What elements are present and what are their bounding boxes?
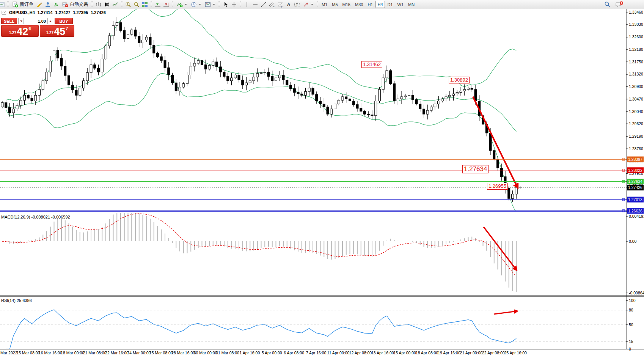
svg-text:1.30040: 1.30040 xyxy=(629,109,643,114)
symbol-name: GBPUSD-,H4 xyxy=(9,10,35,15)
toolbar-grip[interactable] xyxy=(317,2,318,7)
candlestick-mode-icon[interactable] xyxy=(103,1,111,8)
rsi-value: 25.6386 xyxy=(17,298,32,303)
chart-canvas[interactable]: 1.334601.330301.326001.321801.317501.313… xyxy=(0,0,644,357)
one-click-trading-panel: SELL 1.00 BUY 1.27426 1.27457 xyxy=(1,18,75,37)
auto-trading-button[interactable]: 自动交易 xyxy=(60,1,90,8)
svg-text:A: A xyxy=(287,2,291,7)
buy-button[interactable]: BUY xyxy=(55,18,73,24)
notifications-chat-icon[interactable]: 1 xyxy=(614,1,624,8)
trendline-tool-icon[interactable] xyxy=(259,1,268,8)
svg-text:1.27426: 1.27426 xyxy=(628,185,642,190)
toolbar-grip[interactable] xyxy=(172,2,173,7)
new-order-button[interactable]: 新订单 xyxy=(10,1,35,8)
timeframe-button-mn[interactable]: MN xyxy=(406,1,416,8)
svg-text:1.32600: 1.32600 xyxy=(629,35,643,39)
timeframe-button-m15[interactable]: M15 xyxy=(341,1,352,8)
buy-price-button[interactable]: 1.27457 xyxy=(40,25,74,37)
vertical-line-tool-icon[interactable] xyxy=(243,1,251,8)
svg-text:13 Apr 16:00: 13 Apr 16:00 xyxy=(371,351,394,355)
styler-brush-icon[interactable] xyxy=(35,1,44,8)
timeframe-group: M1M5M15M30H1H4D1W1MN xyxy=(320,1,416,8)
timeframe-button-h1[interactable]: H1 xyxy=(366,1,375,8)
buy-price-point: 7 xyxy=(66,26,68,31)
sell-button[interactable]: SELL xyxy=(1,18,17,24)
community-person-icon[interactable] xyxy=(44,1,52,8)
svg-text:1.27634: 1.27634 xyxy=(628,179,642,184)
toolbar-grip[interactable] xyxy=(240,2,241,7)
auto-trading-label: 自动交易 xyxy=(70,1,88,8)
text-label-tool-icon[interactable]: T xyxy=(293,1,301,8)
templates-dropdown[interactable] xyxy=(203,1,217,8)
zoom-out-icon[interactable] xyxy=(132,1,141,8)
svg-text:24 Mar 00:00: 24 Mar 00:00 xyxy=(127,351,151,355)
timeframe-button-h4[interactable]: H4 xyxy=(375,1,385,8)
macd-indicator-label: MACD(12,26,9) -0.008021 -0.006592 xyxy=(1,215,70,219)
svg-text:1 Apr 16:00: 1 Apr 16:00 xyxy=(240,351,260,355)
chevron-down-icon xyxy=(199,4,201,5)
sell-price-prefix: 1.27 xyxy=(9,31,16,35)
ohlc-close: 1.27426 xyxy=(91,10,106,15)
svg-text:5 Apr 00:00: 5 Apr 00:00 xyxy=(262,351,282,355)
timeframe-button-m5[interactable]: M5 xyxy=(330,1,339,8)
chart-window-icon[interactable] xyxy=(0,1,6,8)
svg-text:18 Apr 08:00: 18 Apr 08:00 xyxy=(416,351,438,355)
main-pane-layer xyxy=(1,8,517,213)
volume-decrease-button[interactable] xyxy=(18,18,24,24)
ohlc-high: 1.27427 xyxy=(55,10,71,15)
fibonacci-tool-icon[interactable]: F xyxy=(276,1,284,8)
sell-price-button[interactable]: 1.27426 xyxy=(1,25,39,37)
volume-input[interactable]: 1.00 xyxy=(24,18,47,24)
periods-dropdown[interactable] xyxy=(189,1,203,8)
chevron-down-icon xyxy=(213,4,215,5)
svg-text:1.27013: 1.27013 xyxy=(628,197,642,202)
text-tool-icon[interactable]: A xyxy=(284,1,293,8)
channel-tool-icon[interactable]: E xyxy=(268,1,276,8)
indicators-dropdown[interactable] xyxy=(175,1,189,8)
tile-windows-icon[interactable] xyxy=(141,1,149,8)
svg-text:100: 100 xyxy=(629,298,636,303)
price-annotation[interactable]: 1.27634 xyxy=(462,165,488,173)
toolbar-grip[interactable] xyxy=(91,2,93,7)
price-annotation[interactable]: 1.31462 xyxy=(361,61,382,68)
toolbar-grip[interactable] xyxy=(218,2,220,7)
buy-price-pips: 45 xyxy=(54,27,65,36)
svg-text:0: 0 xyxy=(629,347,631,351)
timeframe-button-m1[interactable]: M1 xyxy=(320,1,329,8)
svg-text:1.28022: 1.28022 xyxy=(628,168,642,173)
signals-icon[interactable] xyxy=(52,1,60,8)
timeframe-button-w1[interactable]: W1 xyxy=(396,1,406,8)
svg-text:19 Apr 16:00: 19 Apr 16:00 xyxy=(438,351,460,355)
sell-price-point: 6 xyxy=(28,26,31,31)
bar-chart-mode-icon[interactable] xyxy=(94,1,103,8)
crosshair-tool-icon[interactable] xyxy=(230,1,238,8)
indicators-icon xyxy=(177,2,183,8)
price-annotation[interactable]: 1.30892 xyxy=(449,77,470,83)
price-annotation[interactable]: 1.26955 xyxy=(487,183,508,190)
chevron-down-icon xyxy=(311,4,313,5)
svg-text:16 Mar 16:00: 16 Mar 16:00 xyxy=(39,351,62,355)
svg-text:0.00: 0.00 xyxy=(629,239,637,244)
svg-text:1.31750: 1.31750 xyxy=(629,60,643,64)
arrows-tool-dropdown[interactable] xyxy=(301,1,315,8)
svg-text:50: 50 xyxy=(629,322,633,327)
svg-text:15 Apr 00:00: 15 Apr 00:00 xyxy=(393,351,416,355)
toolbar-grip[interactable] xyxy=(151,2,152,7)
template-icon xyxy=(205,2,211,8)
timeframe-button-m30[interactable]: M30 xyxy=(353,1,365,8)
toolbar-grip[interactable] xyxy=(121,2,123,7)
search-icon[interactable] xyxy=(603,1,611,8)
toolbar-grip[interactable] xyxy=(7,2,9,7)
auto-scroll-icon[interactable] xyxy=(154,1,162,8)
svg-text:80: 80 xyxy=(629,308,633,312)
cursor-tool-icon[interactable] xyxy=(221,1,230,8)
macd-values: -0.008021 -0.006592 xyxy=(31,215,70,219)
chart-shift-icon[interactable] xyxy=(162,1,170,8)
svg-text:14 Mar 2022: 14 Mar 2022 xyxy=(0,351,17,355)
svg-text:E: E xyxy=(273,5,275,7)
line-chart-mode-icon[interactable] xyxy=(111,1,119,8)
horizontal-line-tool-icon[interactable] xyxy=(251,1,259,8)
zoom-in-icon[interactable] xyxy=(124,1,132,8)
timeframe-button-d1[interactable]: D1 xyxy=(386,1,395,8)
volume-increase-button[interactable] xyxy=(47,18,53,24)
